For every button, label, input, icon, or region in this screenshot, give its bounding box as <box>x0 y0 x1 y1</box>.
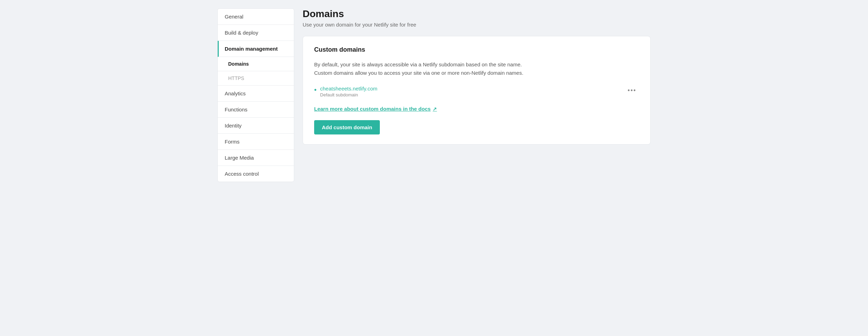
domain-entry: • cheatsheeets.netlify.com Default subdo… <box>314 86 639 97</box>
sidebar-nav: General Build & deploy Domain management… <box>217 8 294 182</box>
sidebar-item-forms[interactable]: Forms <box>218 134 294 150</box>
domain-default-label: Default subdomain <box>320 92 377 97</box>
sidebar-subitem-https[interactable]: HTTPS <box>218 71 294 86</box>
description-text: By default, your site is always accessib… <box>314 60 639 77</box>
description-line2: Custom domains allow you to access your … <box>314 70 523 76</box>
domain-menu-button[interactable]: ••• <box>625 86 639 96</box>
docs-link-container: Learn more about custom domains in the d… <box>314 106 639 120</box>
card-title: Custom domains <box>314 46 639 53</box>
sidebar-item-general[interactable]: General <box>218 9 294 25</box>
domain-name-link[interactable]: cheatsheeets.netlify.com <box>320 86 377 92</box>
sidebar-item-functions[interactable]: Functions <box>218 102 294 118</box>
sidebar-subitem-domains[interactable]: Domains <box>218 57 294 71</box>
custom-domains-card: Custom domains By default, your site is … <box>303 36 651 145</box>
sidebar-item-domain-management[interactable]: Domain management <box>218 41 294 57</box>
sidebar-item-access-control[interactable]: Access control <box>218 166 294 182</box>
domain-info: • cheatsheeets.netlify.com Default subdo… <box>314 86 377 97</box>
main-content: Domains Use your own domain for your Net… <box>303 8 651 182</box>
page-title: Domains <box>303 8 651 20</box>
domain-status-dot: • <box>314 86 317 94</box>
sidebar-item-analytics[interactable]: Analytics <box>218 86 294 102</box>
sidebar-item-large-media[interactable]: Large Media <box>218 150 294 166</box>
description-line1: By default, your site is always accessib… <box>314 61 522 67</box>
docs-link-text: Learn more about custom domains in the d… <box>314 106 431 112</box>
page-subtitle: Use your own domain for your Netlify sit… <box>303 22 651 28</box>
add-custom-domain-button[interactable]: Add custom domain <box>314 120 380 134</box>
docs-link-arrow-icon: ↗ <box>433 106 437 112</box>
sidebar-item-build-deploy[interactable]: Build & deploy <box>218 25 294 41</box>
domain-details: cheatsheeets.netlify.com Default subdoma… <box>320 86 377 97</box>
docs-link[interactable]: Learn more about custom domains in the d… <box>314 106 437 112</box>
sidebar: General Build & deploy Domain management… <box>217 8 294 182</box>
sidebar-item-identity[interactable]: Identity <box>218 118 294 134</box>
